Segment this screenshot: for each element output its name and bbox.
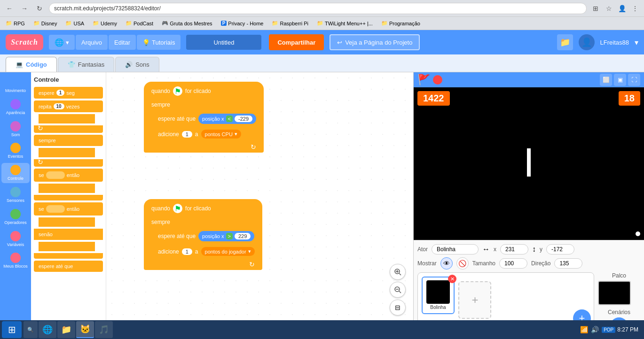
zoom-in-button[interactable]: [390, 264, 406, 280]
stage-thumb[interactable]: [598, 281, 631, 305]
pontos-jogador-dropdown[interactable]: pontos do jogador ▾: [201, 247, 255, 256]
add-block-1[interactable]: adicione 1 a pontos CPU ▾: [144, 127, 264, 141]
back-button[interactable]: ←: [4, 3, 15, 14]
green-flag-button[interactable]: 🚩: [417, 74, 430, 86]
bookmark-usa[interactable]: 📁 USA: [63, 19, 86, 27]
category-eventos[interactable]: Eventos: [1, 141, 30, 161]
view-page-button[interactable]: ↩ Veja a Página do Projeto: [330, 34, 420, 50]
tutoriais-button[interactable]: 💡 Tutoriais: [137, 35, 181, 50]
add-block-2[interactable]: adicione 1 a pontos do jogador ▾: [144, 244, 262, 259]
profile-button[interactable]: 👤: [617, 3, 627, 14]
category-aparencia[interactable]: Aparência: [1, 97, 30, 117]
network-icon[interactable]: 📶: [580, 326, 588, 333]
taskbar-scratch[interactable]: 🐱: [76, 321, 94, 338]
share-button[interactable]: Compartilhar: [269, 34, 324, 50]
eventos-dot: [10, 143, 21, 153]
forward-button[interactable]: →: [19, 3, 30, 14]
bookmark-raspi[interactable]: 📁 Raspberri Pi: [270, 19, 310, 27]
wait-until-block-1[interactable]: espere até que posição x < -229: [144, 111, 264, 127]
category-movimento[interactable]: Movimento: [1, 75, 30, 95]
when-flag-block-1[interactable]: quando ⚑ for clicado: [144, 82, 264, 99]
pontos-cpu-dropdown[interactable]: pontos CPU ▾: [201, 130, 241, 139]
if-else-block[interactable]: se então: [34, 202, 103, 216]
bookmark-disney[interactable]: 📁 Disney: [31, 19, 59, 27]
stage-ball: [636, 231, 640, 236]
bookmark-udemy[interactable]: 📁 Udemy: [91, 19, 119, 27]
fit-screen-button[interactable]: ⊟: [390, 300, 406, 316]
direction-field[interactable]: [554, 258, 582, 269]
block-categories: Movimento Aparência Som Eventos Controle…: [0, 72, 31, 339]
when-flag-block-2[interactable]: quando ⚑ for clicado: [144, 199, 262, 216]
category-controle[interactable]: Controle: [1, 163, 30, 183]
volume-icon[interactable]: 🔊: [591, 326, 599, 333]
wait-block[interactable]: espere 1 seg: [34, 87, 103, 99]
hide-eye-button[interactable]: 🚫: [456, 257, 469, 270]
taskbar-items: 🔍 🌐 📁 🐱 🎵: [24, 321, 578, 338]
layout-large-button[interactable]: ▣: [614, 74, 626, 86]
sprite-item-bolinha[interactable]: ✕ Bolinha: [422, 277, 455, 314]
condition-block-1[interactable]: posição x < -229: [198, 114, 256, 124]
x-field[interactable]: [500, 244, 528, 254]
repeat-end: ↻: [34, 125, 103, 133]
extensions-button[interactable]: ⊞: [590, 3, 601, 14]
fullscreen-button[interactable]: ⛶: [628, 74, 640, 86]
layout-small-button[interactable]: ⬜: [600, 74, 612, 86]
show-eye-button[interactable]: 👁: [440, 257, 453, 270]
username-label[interactable]: LFreitas88: [600, 39, 629, 46]
zoom-out-button[interactable]: [390, 282, 406, 298]
category-sensores[interactable]: Sensores: [1, 185, 30, 205]
add-value-1: 1: [182, 131, 192, 138]
taskbar-files[interactable]: 📁: [57, 321, 75, 338]
category-som[interactable]: Som: [1, 119, 30, 139]
script-area[interactable]: quando ⚑ for clicado sempre espere até q…: [106, 72, 414, 339]
scratch-logo[interactable]: Scratch: [6, 34, 43, 50]
globe-menu-button[interactable]: 🌐 ▾: [49, 35, 75, 50]
repeat-block[interactable]: repita 10 vezes: [34, 100, 103, 112]
user-avatar[interactable]: 👤: [579, 34, 595, 50]
sprite-delete-button[interactable]: ✕: [448, 275, 456, 283]
taskbar-search[interactable]: 🔍: [24, 321, 38, 338]
category-operadores[interactable]: Operadores: [1, 207, 30, 227]
if-block[interactable]: se então: [34, 169, 103, 182]
fit-icon: ⊟: [395, 304, 401, 311]
taskbar-music[interactable]: 🎵: [95, 321, 113, 338]
url-bar[interactable]: [49, 3, 587, 14]
refresh-button[interactable]: ↻: [34, 3, 45, 14]
size-field[interactable]: [499, 258, 527, 269]
add-sprite-button[interactable]: +: [458, 281, 491, 319]
wait-until-block-2[interactable]: espere até que posição x > 229: [144, 228, 262, 244]
user-dropdown-arrow[interactable]: ▾: [635, 38, 638, 47]
stage-header: 🚩 ⬜ ▣ ⛶: [414, 72, 644, 87]
condition-block-2[interactable]: posição x > 229: [198, 231, 254, 241]
actor-name-field[interactable]: [432, 244, 479, 254]
bookmark-gruta[interactable]: 🎮 Gruta dos Mestres: [160, 19, 214, 27]
wait-until-block[interactable]: espere até que: [34, 261, 103, 272]
forever-block[interactable]: sempre: [34, 135, 103, 146]
bookmark-privacy[interactable]: P Privacy - Home: [219, 20, 266, 27]
globe-arrow: ▾: [66, 39, 69, 46]
menu-button[interactable]: ⋮: [630, 3, 640, 14]
stage-paddle: [527, 148, 531, 177]
category-variaveis[interactable]: Variáveis: [1, 229, 30, 249]
bookmark-rpg[interactable]: 📁 RPG: [4, 19, 27, 27]
editar-button[interactable]: Editar: [109, 35, 136, 50]
bookmark-podcast[interactable]: 📁 PodCast: [124, 19, 155, 27]
tab-codigo[interactable]: 💻 Código: [6, 57, 57, 72]
tab-fantasias[interactable]: 👕 Fantasias: [58, 57, 114, 72]
y-field[interactable]: [546, 244, 574, 254]
category-meus-blocos[interactable]: Meus Blocos: [1, 251, 30, 271]
stop-button[interactable]: [433, 75, 442, 85]
project-title-input[interactable]: [186, 35, 261, 50]
wait-value: 1: [56, 90, 65, 96]
arquivo-button[interactable]: Arquivo: [76, 35, 108, 50]
taskbar-chrome[interactable]: 🌐: [39, 321, 56, 338]
bookmark-button[interactable]: ☆: [604, 3, 614, 14]
sempre-block-1[interactable]: sempre: [144, 99, 264, 111]
bookmark-twilight[interactable]: 📁 TWiLight Menu++ |...: [315, 19, 375, 27]
folder-button[interactable]: 📁: [557, 34, 573, 50]
bookmark-programacao[interactable]: 📁 Programação: [379, 19, 422, 27]
sempre-block-2[interactable]: sempre: [144, 216, 262, 228]
tab-sons[interactable]: 🔊 Sons: [115, 57, 159, 72]
start-button[interactable]: ⊞: [2, 321, 22, 338]
loop-arrow-1: ↻: [251, 143, 256, 151]
